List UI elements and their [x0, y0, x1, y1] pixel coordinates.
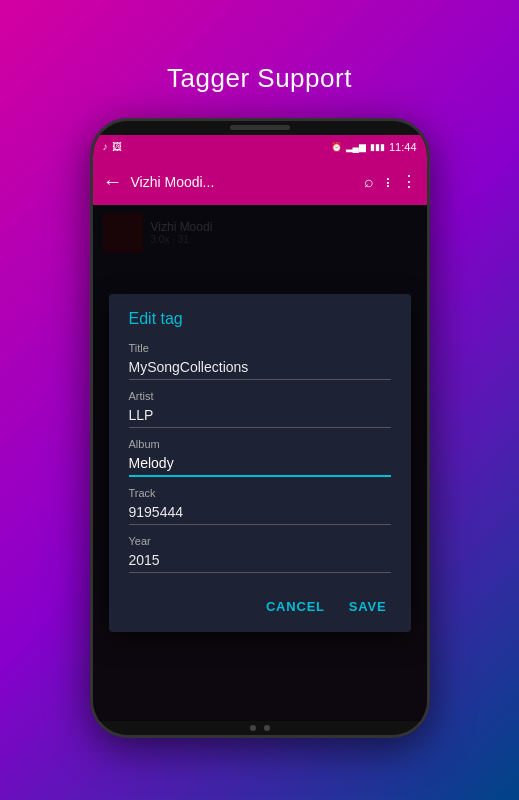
field-label-title: Title	[129, 342, 391, 354]
equalizer-icon[interactable]: ⫶	[384, 174, 391, 190]
field-label-year: Year	[129, 535, 391, 547]
back-icon[interactable]: ←	[103, 170, 123, 193]
status-icons-right: ⏰ ▂▄▆ ▮▮▮ 11:44	[331, 141, 417, 153]
page-title: Tagger Support	[167, 63, 352, 94]
dialog-overlay: Edit tag Title Artist Album	[93, 205, 427, 721]
bottom-dot-1	[250, 725, 256, 731]
save-button[interactable]: SAVE	[345, 593, 391, 620]
status-icons-left: ♪ 🖼	[103, 141, 122, 152]
field-input-artist[interactable]	[129, 404, 391, 428]
bg-content: Vizhi Moodi 3:0x · 31 Edit tag Title	[93, 205, 427, 721]
field-group-track: Track	[129, 487, 391, 525]
field-label-album: Album	[129, 438, 391, 450]
battery-icon: ▮▮▮	[370, 142, 385, 152]
phone-top-bar	[93, 121, 427, 135]
search-icon[interactable]: ⌕	[364, 173, 374, 191]
status-bar: ♪ 🖼 ⏰ ▂▄▆ ▮▮▮ 11:44	[93, 135, 427, 159]
image-icon: 🖼	[112, 141, 122, 152]
app-bar-title: Vizhi Moodi...	[131, 174, 356, 190]
phone-speaker	[230, 125, 290, 130]
phone-bottom-bar	[93, 721, 427, 735]
field-input-year[interactable]	[129, 549, 391, 573]
dialog-actions: CANCEL SAVE	[129, 589, 391, 620]
phone-shell: ♪ 🖼 ⏰ ▂▄▆ ▮▮▮ 11:44 ← Vizhi Moodi... ⌕ ⫶…	[90, 118, 430, 738]
field-group-title: Title	[129, 342, 391, 380]
phone-screen: ♪ 🖼 ⏰ ▂▄▆ ▮▮▮ 11:44 ← Vizhi Moodi... ⌕ ⫶…	[93, 135, 427, 721]
field-input-album[interactable]	[129, 452, 391, 477]
more-icon[interactable]: ⋮	[401, 172, 417, 191]
music-icon: ♪	[103, 141, 108, 152]
status-time: 11:44	[389, 141, 417, 153]
field-group-year: Year	[129, 535, 391, 573]
bottom-dot-2	[264, 725, 270, 731]
signal-icon: ▂▄▆	[346, 142, 366, 152]
field-label-track: Track	[129, 487, 391, 499]
edit-tag-dialog: Edit tag Title Artist Album	[109, 294, 411, 632]
app-bar: ← Vizhi Moodi... ⌕ ⫶ ⋮	[93, 159, 427, 205]
field-group-album: Album	[129, 438, 391, 477]
field-label-artist: Artist	[129, 390, 391, 402]
cancel-button[interactable]: CANCEL	[262, 593, 329, 620]
alarm-icon: ⏰	[331, 142, 342, 152]
field-input-title[interactable]	[129, 356, 391, 380]
field-input-track[interactable]	[129, 501, 391, 525]
field-group-artist: Artist	[129, 390, 391, 428]
app-bar-icons: ⌕ ⫶ ⋮	[364, 172, 417, 191]
dialog-title: Edit tag	[129, 310, 391, 328]
